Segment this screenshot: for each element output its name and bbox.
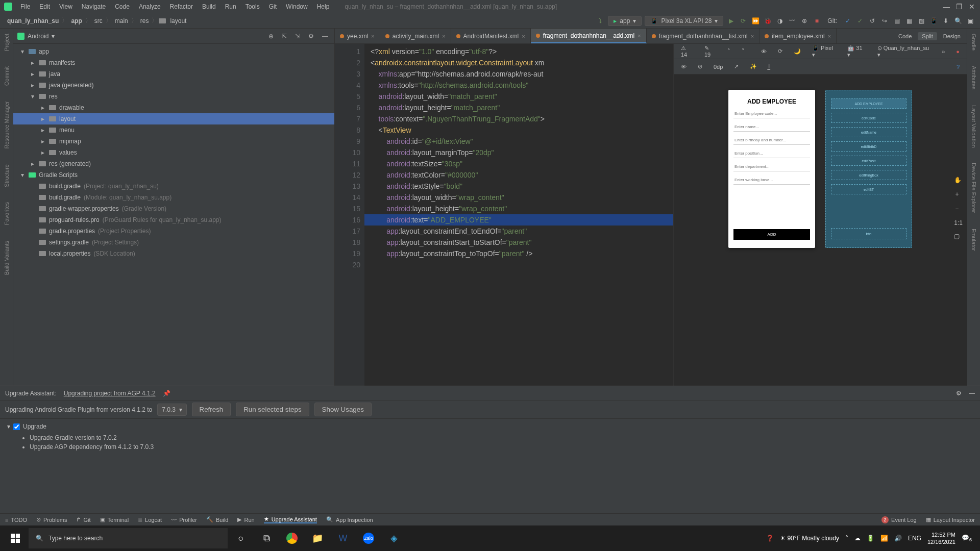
menu-file[interactable]: File <box>16 2 34 12</box>
tree-node[interactable]: ▸manifests <box>13 57 334 68</box>
upgrade-item-1[interactable]: Upgrade AGP dependency from 4.1.2 to 7.0… <box>30 442 973 452</box>
search-everywhere-icon[interactable]: 🔍 <box>953 16 963 26</box>
guideline-icon[interactable]: ↗ <box>731 62 742 71</box>
preview-field-3[interactable] <box>733 149 810 158</box>
tree-node[interactable]: settings.gradle(Project Settings) <box>13 237 334 248</box>
zoom-real-icon[interactable]: ▢ <box>954 233 963 240</box>
crumb-module[interactable]: app <box>69 17 84 24</box>
menu-window[interactable]: Window <box>282 2 312 12</box>
debug-icon[interactable]: 🐞 <box>763 16 772 26</box>
bp-title[interactable]: ADD EMPLOYEE <box>831 98 906 109</box>
close-icon[interactable]: ✕ <box>969 3 975 11</box>
menu-build[interactable]: Build <box>198 2 220 12</box>
language-indicator[interactable]: ENG <box>908 535 921 542</box>
orientation-icon[interactable]: ⟳ <box>775 47 786 56</box>
preview-field-2[interactable] <box>733 136 810 145</box>
vcs-history-icon[interactable]: ↺ <box>868 16 877 26</box>
tree-node[interactable]: ▸mipmap <box>13 136 334 147</box>
tb-icon-2[interactable]: ▦ <box>904 16 914 26</box>
mode-design[interactable]: Design <box>939 32 965 40</box>
editor-tab[interactable]: fragment_dothanhnhan__list.xml× <box>647 29 760 43</box>
run-config-selector[interactable]: ▸app▾ <box>608 16 642 26</box>
preview-field-0[interactable] <box>733 109 810 118</box>
menu-edit[interactable]: Edit <box>35 2 54 12</box>
tw-problems[interactable]: ⊘ Problems <box>36 516 67 523</box>
tree-node[interactable]: ▾res <box>13 91 334 102</box>
crumb-layout[interactable]: layout <box>168 17 188 24</box>
bp-row-6[interactable]: editBT <box>831 184 906 194</box>
margin-select[interactable]: 0dp <box>710 63 726 71</box>
mode-code[interactable]: Code <box>894 32 916 40</box>
word-icon[interactable]: W <box>331 526 355 550</box>
tab-close-icon[interactable]: × <box>751 33 754 39</box>
zoom-out-icon[interactable]: － <box>954 205 963 213</box>
preview-add-button[interactable]: ADD <box>733 229 810 240</box>
start-button[interactable] <box>3 526 28 550</box>
tool-project[interactable]: Project <box>4 34 10 51</box>
expand-all-icon[interactable]: ⇱ <box>280 33 289 40</box>
tree-node[interactable]: ▸layout <box>13 113 334 124</box>
bp-button[interactable]: btn <box>831 228 906 239</box>
menu-tools[interactable]: Tools <box>241 2 264 12</box>
tw-todo[interactable]: ≡ TODO <box>5 517 27 523</box>
tray-expand-icon[interactable]: ˄ <box>845 535 848 542</box>
tw-terminal[interactable]: ▣ Terminal <box>100 516 129 523</box>
tw-git[interactable]: ↱ Git <box>76 516 90 523</box>
preview-field-1[interactable] <box>733 122 810 132</box>
weather-widget[interactable]: ☀ 90°F Mostly cloudy <box>780 535 839 542</box>
editor-tab[interactable]: fragment_dothanhnhan__add.xml× <box>531 29 647 43</box>
bp-row-5[interactable]: editKingBox <box>831 170 906 180</box>
notifications-icon[interactable]: 💬6 <box>962 534 972 542</box>
design-warn-a[interactable]: ⚠ 14 <box>678 44 696 59</box>
device-select[interactable]: 📱 Pixel ▾ <box>809 44 839 59</box>
tree-node[interactable]: ▸java (generated) <box>13 80 334 91</box>
tool-gradle[interactable]: Gradle <box>971 34 977 51</box>
tw-logcat[interactable]: ≣ Logcat <box>138 516 162 523</box>
tree-node[interactable]: ▸values <box>13 147 334 158</box>
wand-icon[interactable]: ✨ <box>747 62 760 71</box>
tool-favorites[interactable]: Favorites <box>4 202 10 225</box>
hide-tool-icon[interactable]: — <box>320 33 330 40</box>
tb-icon-1[interactable]: ▤ <box>892 16 901 26</box>
tab-close-icon[interactable]: × <box>522 33 525 39</box>
tree-node[interactable]: ▸java <box>13 68 334 80</box>
tab-close-icon[interactable]: × <box>828 33 831 39</box>
design-preview[interactable]: ADD EMPLOYEE ADD <box>728 90 815 248</box>
api-select[interactable]: 🤖 31 ▾ <box>844 44 869 59</box>
preview-field-4[interactable] <box>733 162 810 171</box>
attach-debugger-icon[interactable]: ⏩ <box>751 16 760 26</box>
tab-close-icon[interactable]: × <box>638 33 641 39</box>
tw-profiler[interactable]: 〰 Profiler <box>171 517 197 523</box>
vcs-revert-icon[interactable]: ↪ <box>880 16 889 26</box>
tree-node[interactable]: gradle-wrapper.properties(Gradle Version… <box>13 203 334 214</box>
volume-icon[interactable]: 🔊 <box>894 535 902 542</box>
panel-settings-icon[interactable]: ⚙ <box>956 390 962 397</box>
tool-structure[interactable]: Structure <box>4 164 10 187</box>
tree-node[interactable]: ▸menu <box>13 124 334 136</box>
sync-gradle-icon[interactable]: ⤵ <box>596 16 605 26</box>
editor-tab[interactable]: yee.xml× <box>335 29 380 43</box>
design-view-icon[interactable]: 👁 <box>758 47 770 56</box>
pan-icon[interactable]: ✋ <box>954 177 963 184</box>
zoom-eye-icon[interactable]: 👁 <box>678 63 690 71</box>
zalo-icon[interactable]: Zalo <box>356 526 381 550</box>
tree-node[interactable]: local.properties(SDK Location) <box>13 248 334 259</box>
tool-attributes[interactable]: Attributes <box>971 66 977 89</box>
menu-analyze[interactable]: Analyze <box>135 2 165 12</box>
menu-help[interactable]: Help <box>313 2 334 12</box>
tree-node[interactable]: build.gradle(Module: quan_ly_nhan_su.app… <box>13 192 334 203</box>
tw-build[interactable]: 🔨 Build <box>206 516 228 523</box>
pin-icon[interactable]: 📌 <box>163 390 170 397</box>
project-view-selector[interactable]: Android ▾ <box>17 33 55 40</box>
avd-icon[interactable]: 📱 <box>929 16 938 26</box>
tab-close-icon[interactable]: × <box>371 33 374 39</box>
wifi-icon[interactable]: 📶 <box>880 535 888 542</box>
expand-arrow-icon[interactable]: ▾ <box>7 423 10 430</box>
run-steps-button[interactable]: Run selected steps <box>236 403 309 416</box>
design-cancel-icon[interactable]: ⊘ <box>695 62 705 71</box>
tw-run[interactable]: ▶ Run <box>237 516 254 523</box>
tool-resmgr[interactable]: Resource Manager <box>4 101 10 149</box>
preview-field-5[interactable] <box>733 176 810 185</box>
task-view-icon[interactable]: ⧉ <box>254 526 279 550</box>
project-tree[interactable]: ▾app▸manifests▸java▸java (generated)▾res… <box>13 44 334 386</box>
